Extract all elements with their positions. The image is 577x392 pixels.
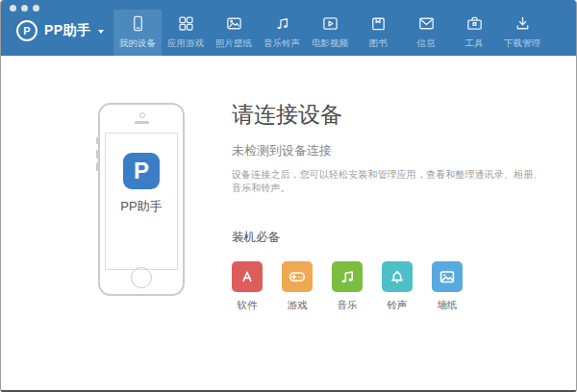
mail-icon xyxy=(417,14,436,33)
nav-label: 音乐铃声 xyxy=(263,37,300,50)
nav-item-messages[interactable]: 信息 xyxy=(402,10,450,56)
nav-label: 电影视频 xyxy=(312,37,348,50)
essentials-section-title: 装机必备 xyxy=(232,230,549,246)
essential-item-music[interactable]: 音乐 xyxy=(332,261,363,312)
nav-label: 下载管理 xyxy=(504,37,540,50)
brand-menu[interactable]: P PP助手 xyxy=(16,20,104,41)
phone-screen: P PP助手 xyxy=(105,133,178,270)
brand-name: PP助手 xyxy=(44,22,91,39)
photo-icon xyxy=(225,14,243,33)
minimize-window-button[interactable] xyxy=(21,5,28,12)
phone-camera-icon xyxy=(139,112,145,118)
connect-panel: 请连接设备 未检测到设备连接 设备连接之后，您可以轻松安装和管理应用，查看和整理… xyxy=(232,100,549,312)
essential-label: 游戏 xyxy=(288,299,308,312)
image-icon xyxy=(432,261,463,292)
nav-item-tools[interactable]: 工具 xyxy=(450,10,498,56)
nav-item-movie-video[interactable]: 电影视频 xyxy=(306,10,354,56)
gamepad-icon xyxy=(282,261,313,292)
page-title: 请连接设备 xyxy=(232,100,549,130)
nav-label: 我的设备 xyxy=(119,37,156,50)
phone-side-button xyxy=(96,162,99,171)
essentials-row: 软件 游戏 音乐 铃声 xyxy=(232,261,549,312)
nav-item-my-device[interactable]: 我的设备 xyxy=(113,10,162,56)
pp-logo-icon: P xyxy=(16,20,38,41)
content-area: P PP助手 请连接设备 未检测到设备连接 设备连接之后，您可以轻松安装和管理应… xyxy=(1,56,576,390)
appstore-icon xyxy=(232,261,263,292)
nav-label: 照片壁纸 xyxy=(215,37,252,50)
close-window-button[interactable] xyxy=(10,5,16,12)
connection-description: 设备连接之后，您可以轻松安装和管理应用，查看和整理通讯录、相册、音乐和铃声。 xyxy=(232,168,549,195)
app-window: P PP助手 我的设备 应用游戏 照片壁纸 音乐铃声 电 xyxy=(0,0,577,392)
music-note-icon xyxy=(273,14,291,33)
video-play-icon xyxy=(321,14,339,33)
essential-item-ringtones[interactable]: 铃声 xyxy=(382,261,413,312)
connection-status: 未检测到设备连接 xyxy=(232,142,549,159)
nav-label: 信息 xyxy=(417,37,436,50)
phone-illustration: P PP助手 xyxy=(98,103,185,296)
essential-item-wallpapers[interactable]: 墙纸 xyxy=(432,261,463,312)
nav-label: 应用游戏 xyxy=(167,37,204,50)
phone-app-name: PP助手 xyxy=(106,198,177,215)
phone-speaker-icon xyxy=(135,121,149,124)
window-controls xyxy=(10,5,39,12)
pp-app-logo-icon: P xyxy=(123,153,160,189)
bell-icon xyxy=(382,261,413,292)
nav-item-app-games[interactable]: 应用游戏 xyxy=(162,10,210,56)
nav-item-photo-wallpaper[interactable]: 照片壁纸 xyxy=(210,10,258,56)
titlebar: P PP助手 我的设备 应用游戏 照片壁纸 音乐铃声 电 xyxy=(1,0,576,56)
chevron-down-icon xyxy=(98,30,104,34)
phone-side-button xyxy=(96,137,99,144)
music-note-icon xyxy=(332,261,363,292)
essential-item-software[interactable]: 软件 xyxy=(232,261,263,312)
essential-label: 音乐 xyxy=(338,299,358,312)
toolbox-icon xyxy=(465,14,484,33)
nav-label: 工具 xyxy=(465,37,484,50)
essential-label: 铃声 xyxy=(388,299,408,312)
nav-label: 图书 xyxy=(369,37,388,50)
essential-item-games[interactable]: 游戏 xyxy=(282,261,313,312)
phone-side-button xyxy=(96,150,99,159)
nav-item-download-manager[interactable]: 下载管理 xyxy=(498,10,546,56)
device-icon xyxy=(129,14,147,33)
nav-item-books[interactable]: 图书 xyxy=(354,10,402,56)
essential-label: 墙纸 xyxy=(438,299,458,312)
nav-item-music-ringtone[interactable]: 音乐铃声 xyxy=(258,10,306,56)
zoom-window-button[interactable] xyxy=(33,5,39,12)
essential-label: 软件 xyxy=(238,299,258,312)
main-nav: 我的设备 应用游戏 照片壁纸 音乐铃声 电影视频 图书 xyxy=(113,10,546,56)
download-icon xyxy=(514,14,532,33)
book-icon xyxy=(369,14,388,33)
phone-home-button-icon xyxy=(131,267,152,288)
apps-grid-icon xyxy=(177,14,195,33)
